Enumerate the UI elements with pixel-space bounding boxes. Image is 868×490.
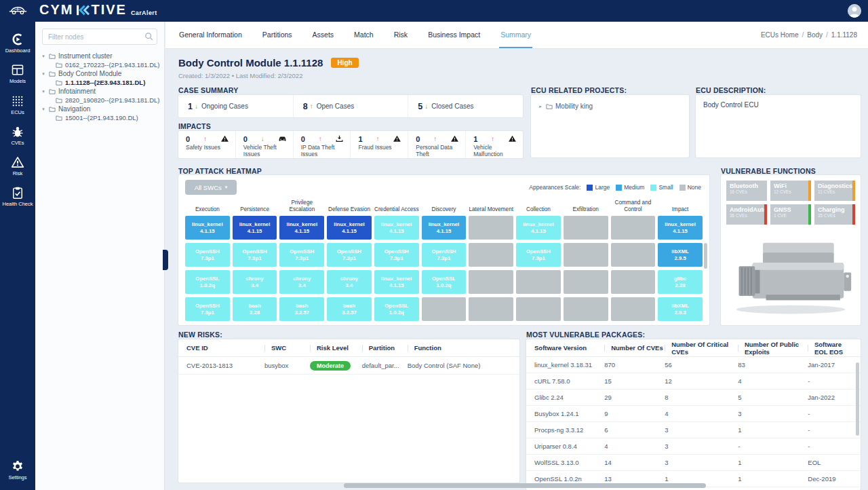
heatmap-cell[interactable]: OpenSSH7.3p1: [233, 243, 277, 267]
heatmap-cell[interactable]: OpenSSL1.0.2q: [422, 270, 467, 294]
heatmap-cell[interactable]: glibc2.28: [658, 270, 703, 294]
heatmap-cell[interactable]: linux_kernel4.1.15: [374, 270, 419, 294]
tab-partitions[interactable]: Partitions: [261, 22, 294, 48]
heatmap-cell-version: 3.2.57: [342, 309, 357, 316]
user-avatar[interactable]: [848, 4, 861, 18]
folder-open-icon: [56, 79, 62, 86]
heatmap-cell[interactable]: linux_kernel4.1.15: [658, 216, 703, 240]
sidebar-item-cves[interactable]: CVEs: [0, 125, 35, 146]
tab-general-information[interactable]: General Information: [178, 22, 243, 48]
heatmap-cell[interactable]: OpenSSH7.3p1: [279, 243, 324, 267]
heatmap-cell[interactable]: linux_kernel4.1.15: [516, 216, 561, 240]
table-cell: 870: [604, 361, 665, 369]
chevron-down-icon: ▾: [225, 185, 228, 190]
table-row[interactable]: Busybox 1.24.1943-: [526, 406, 861, 422]
table-row[interactable]: Procps-ng 3.3.12631-: [526, 422, 861, 438]
table-row[interactable]: Glibc 2.242985Jan-2022: [526, 390, 861, 406]
heatmap-cell[interactable]: bash2.28: [233, 297, 277, 321]
heatmap-cell-version: 2.9.3: [674, 309, 686, 316]
tab-match[interactable]: Match: [353, 22, 375, 48]
legend-swatch: [679, 185, 686, 191]
tab-assets[interactable]: Assets: [311, 22, 336, 48]
ecu-related-projects-card: ▸Mobility king: [531, 95, 689, 157]
tab-summary[interactable]: Summary: [499, 22, 532, 48]
ecus-icon: [11, 94, 24, 108]
tree-group-instrument-cluster[interactable]: ▾Instrument cluster: [41, 52, 161, 60]
trend-up-icon: ↑: [433, 135, 437, 143]
breadcrumb-item-1-1-1128[interactable]: 1.1.1128: [831, 31, 857, 39]
breadcrumb-item-body[interactable]: Body: [807, 31, 823, 39]
tree-group-body-control-module[interactable]: ▾Body Control Module: [41, 69, 161, 78]
tree-item-15001-2p1-943-190-dl-[interactable]: 15001--(2P1.943.190.DL): [41, 113, 161, 122]
heatmap-cell[interactable]: OpenSSL1.0.2q: [185, 270, 230, 294]
table-cell: linux_kernel 3.18.31: [534, 361, 604, 369]
heatmap-cell[interactable]: OpenSSH7.3p1: [185, 243, 230, 267]
heatmap-cell[interactable]: OpenSSH7.3p1: [516, 243, 561, 267]
vulnerable-function-diagnostics[interactable]: Diagnostics11 CVEs: [814, 181, 855, 201]
vulnerable-function-wifi[interactable]: WiFi12 CVEs: [770, 181, 811, 201]
breadcrumb-item-ecus-home[interactable]: ECUs Home: [761, 31, 799, 39]
tree-group-navigation[interactable]: ▾Navigation: [41, 105, 161, 113]
heatmap-cell[interactable]: libXML2.9.3: [658, 297, 703, 321]
heatmap-vertical-scrollbar[interactable]: [704, 243, 707, 269]
main-area: General InformationPartitionsAssetsMatch…: [165, 22, 868, 490]
heatmap-title: TOP ATTACK HEATMAP: [178, 167, 262, 175]
heatmap-cell[interactable]: libXML2.9.5: [658, 243, 703, 267]
heatmap-cell-version: 4.1.15: [200, 228, 215, 235]
tree-item-1-1-1128-2e3-943-181-dl-[interactable]: 1.1.1128--(2E3.943.181.DL): [41, 78, 161, 87]
warning-triangle-icon: [220, 134, 229, 143]
sidebar-item-settings[interactable]: Settings: [0, 459, 35, 480]
heatmap-cell[interactable]: OpenSSL1.0.2q: [374, 297, 419, 321]
vulnerable-function-charging[interactable]: Charging35 CVEs: [814, 204, 855, 225]
appearances-scale-legend: Appearances Scale: LargeMediumSmallNone: [529, 184, 701, 191]
heatmap-cell[interactable]: chrony3.4: [327, 270, 372, 294]
heatmap-cell[interactable]: linux_kernel4.1.15: [327, 216, 372, 240]
table-cell: 1: [738, 459, 808, 466]
table-row[interactable]: CVE-2013-1813busyboxModeratedefault_par.…: [178, 357, 519, 375]
table-row[interactable]: cURL 7.58.015124-: [526, 373, 861, 390]
sidebar-item-health-check[interactable]: Health Check: [0, 186, 35, 207]
tab-risk[interactable]: Risk: [393, 22, 409, 48]
project-item-mobility-king[interactable]: ▸Mobility king: [538, 102, 682, 110]
project-label: Mobility king: [555, 102, 593, 110]
heatmap-cell[interactable]: OpenSSH7.3p1: [327, 243, 372, 267]
vulnerable-function-bluetooth[interactable]: Bluetooth16 CVEs: [726, 181, 767, 201]
heatmap-cell[interactable]: bash3.2.57: [279, 297, 324, 321]
heatmap-cell-version: 1.0.2q: [436, 282, 451, 289]
tree-item-2820-190820-2p1-943-181-dl-[interactable]: 2820_190820--(2P1.943.181.DL): [41, 96, 161, 105]
sidebar-item-models[interactable]: Models: [0, 63, 35, 84]
function-name: GNSS: [774, 206, 807, 213]
sidebar-item-dashboard[interactable]: Dashboard: [0, 33, 35, 54]
heatmap-cell[interactable]: linux_kernel4.1.15: [279, 216, 324, 240]
table-row[interactable]: linux_kernel 3.18.318705683Jan-2017: [526, 357, 861, 373]
heatmap-cell[interactable]: OpenSSH7.3p1: [185, 297, 230, 321]
heatmap-cell[interactable]: chrony3.4: [279, 270, 324, 294]
caret-right-icon: ▸: [538, 104, 543, 109]
horizontal-scrollbar[interactable]: [344, 483, 706, 488]
packages-vertical-scrollbar[interactable]: [856, 362, 859, 436]
heatmap-cell[interactable]: linux_kernel4.1.15: [422, 216, 467, 240]
table-row[interactable]: WolfSSL 3.13.01431EOL: [526, 455, 861, 471]
tab-business-impact[interactable]: Business Impact: [427, 22, 481, 48]
table-cell: -: [738, 442, 808, 450]
vulnerable-function-androidauto[interactable]: AndroidAuto36 CVEs: [726, 204, 767, 225]
table-row[interactable]: Uriparser 0.8.443--: [526, 438, 861, 455]
panel-collapse-handle[interactable]: [163, 250, 168, 270]
heatmap-cell[interactable]: bash3.2.57: [327, 297, 372, 321]
sidebar-item-ecus[interactable]: ECUs: [0, 94, 35, 115]
tree-group-infotainment[interactable]: ▾Infotainment: [41, 87, 161, 96]
heatmap-cell-package: OpenSSL: [195, 276, 219, 282]
heatmap-cell[interactable]: linux_kernel4.1.15: [374, 216, 419, 240]
sidebar-item-risk[interactable]: Risk: [0, 155, 35, 176]
tree-item-0162-170223-2p1-943-181-dl-[interactable]: 0162_170223--(2P1.943.181.DL): [41, 60, 161, 69]
heatmap-cell[interactable]: chrony3.4: [233, 270, 277, 294]
new-risks-header-row: CVE IDSWCRisk LevelPartitionFunction: [178, 339, 519, 357]
heatmap-cell[interactable]: OpenSSH7.3p1: [374, 243, 419, 267]
vulnerable-function-gnss[interactable]: GNSS1 CVE: [770, 204, 811, 225]
filter-nodes-input[interactable]: [42, 29, 157, 45]
heatmap-cell[interactable]: linux_kernel4.1.15: [233, 216, 277, 240]
heatmap-cell-version: 2.9.5: [674, 255, 686, 262]
heatmap-cell[interactable]: OpenSSH7.3p1: [422, 243, 467, 267]
caret-down-icon: ▾: [41, 107, 46, 112]
heatmap-cell[interactable]: linux_kernel4.1.15: [185, 216, 230, 240]
